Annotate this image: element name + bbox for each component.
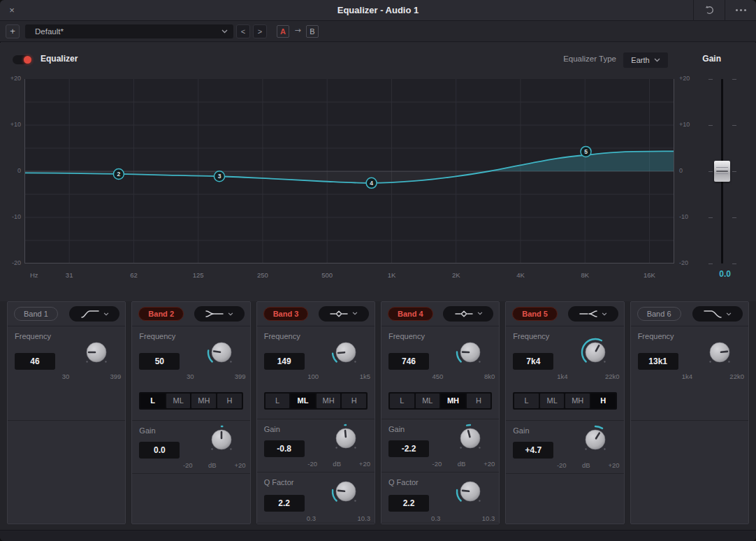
range-button-mh[interactable]: MH bbox=[191, 394, 216, 408]
range-button-h[interactable]: H bbox=[467, 394, 491, 408]
gain-knob[interactable] bbox=[579, 424, 611, 456]
next-preset-button[interactable]: > bbox=[253, 24, 267, 38]
knob-dial bbox=[330, 475, 362, 507]
range-button-h[interactable]: H bbox=[217, 394, 242, 408]
frequency: Frequency50 30399LMLMHH bbox=[132, 326, 249, 420]
history-reset-button[interactable] bbox=[694, 0, 725, 20]
range-button-h[interactable]: H bbox=[342, 394, 366, 408]
q-factor-knob[interactable] bbox=[330, 475, 362, 507]
svg-text:3: 3 bbox=[218, 173, 221, 180]
q-factor-value[interactable]: 2.2 bbox=[264, 495, 305, 512]
frequency-value[interactable]: 46 bbox=[15, 353, 55, 370]
master-gain-slider-handle[interactable] bbox=[714, 161, 730, 182]
range-button-l[interactable]: L bbox=[266, 394, 290, 408]
previous-preset-button[interactable]: < bbox=[236, 24, 250, 38]
toggle-on-dot bbox=[24, 56, 31, 64]
q-factor-label: Q Factor bbox=[388, 478, 419, 486]
frequency-label: Frequency bbox=[264, 332, 300, 340]
frequency-knob[interactable] bbox=[205, 336, 238, 368]
master-gain-value[interactable]: 0.0 bbox=[702, 269, 731, 279]
chevron-down-icon bbox=[103, 312, 109, 316]
frequency-value[interactable]: 149 bbox=[264, 353, 305, 370]
q-factor-value[interactable]: 2.2 bbox=[388, 495, 429, 512]
band-label-pill[interactable]: Band 1 bbox=[14, 307, 58, 321]
range-button-mh[interactable]: MH bbox=[441, 394, 465, 408]
band-panel-empty-area bbox=[132, 473, 249, 524]
frequency-max-label: 399 bbox=[110, 373, 121, 380]
q-factor-knob[interactable] bbox=[454, 475, 486, 507]
close-icon[interactable]: × bbox=[0, 5, 24, 15]
equalizer-type-label: Equalizer Type bbox=[563, 55, 616, 63]
y-axis-tick-label: -10 bbox=[1, 213, 21, 220]
more-options-button[interactable] bbox=[725, 0, 756, 20]
range-button-mh[interactable]: MH bbox=[317, 394, 341, 408]
eq-band-handle[interactable]: 5 bbox=[581, 146, 591, 157]
frequency-knob[interactable] bbox=[454, 336, 486, 368]
frequency-value[interactable]: 13k1 bbox=[638, 353, 678, 370]
x-axis-tick-label: 8K bbox=[581, 271, 589, 279]
gain-value[interactable]: -0.8 bbox=[264, 440, 305, 457]
range-button-ml[interactable]: ML bbox=[416, 394, 440, 408]
gain-value[interactable]: 0.0 bbox=[139, 442, 180, 459]
eq-band-handle[interactable]: 2 bbox=[113, 168, 124, 179]
eq-band-handle[interactable]: 4 bbox=[366, 178, 377, 188]
eq-curve-plot[interactable]: 2 3 4 5 bbox=[24, 79, 674, 264]
gain-knob[interactable] bbox=[205, 424, 238, 456]
range-button-l[interactable]: L bbox=[514, 394, 539, 408]
frequency-knob[interactable] bbox=[579, 336, 611, 368]
x-axis-tick-label: 2K bbox=[452, 271, 460, 279]
gain-value[interactable]: +4.7 bbox=[513, 442, 553, 459]
y-axis-tick-label: 0 bbox=[1, 167, 21, 174]
band-panel-header: Band 5 bbox=[506, 302, 623, 326]
slider-tick bbox=[708, 79, 713, 80]
gain-min-label: -20 bbox=[307, 460, 317, 468]
slider-tick bbox=[708, 217, 713, 218]
gain-knob[interactable] bbox=[330, 422, 362, 454]
band-label-pill[interactable]: Band 6 bbox=[637, 307, 681, 321]
band-filter-select[interactable] bbox=[692, 306, 743, 322]
preset-select[interactable]: Default* bbox=[25, 24, 233, 38]
band-filter-select[interactable] bbox=[319, 306, 369, 322]
band-label-pill[interactable]: Band 3 bbox=[263, 307, 309, 321]
frequency-knob[interactable] bbox=[330, 336, 362, 368]
frequency-value[interactable]: 746 bbox=[388, 353, 429, 370]
frequency-label: Frequency bbox=[15, 332, 51, 340]
compare-a-button[interactable]: A bbox=[277, 25, 289, 38]
gain-knob[interactable] bbox=[454, 422, 486, 454]
frequency-value[interactable]: 7k4 bbox=[513, 353, 553, 370]
band-label-pill[interactable]: Band 4 bbox=[388, 307, 433, 321]
range-button-h[interactable]: H bbox=[591, 394, 616, 408]
frequency-range-buttons: LMLMHH bbox=[388, 392, 492, 410]
frequency-min-label: 1k4 bbox=[557, 373, 567, 380]
compare-b-button[interactable]: B bbox=[306, 25, 319, 38]
frequency-knob[interactable] bbox=[80, 336, 112, 368]
equalizer-enable-toggle[interactable] bbox=[13, 55, 32, 64]
frequency-range-buttons: LMLMHH bbox=[264, 392, 368, 410]
band-label-pill[interactable]: Band 2 bbox=[138, 307, 184, 321]
gain-unit-label: dB bbox=[582, 461, 590, 469]
knob-dial bbox=[454, 422, 486, 454]
band-label-pill[interactable]: Band 5 bbox=[512, 307, 558, 321]
range-button-ml[interactable]: ML bbox=[291, 394, 315, 408]
x-axis-tick-label: 31 bbox=[66, 271, 73, 279]
add-preset-button[interactable]: + bbox=[6, 24, 20, 38]
band-panel-empty-area bbox=[8, 420, 125, 524]
band-filter-select[interactable] bbox=[69, 306, 119, 322]
frequency-min-label: 1k4 bbox=[682, 373, 692, 380]
eq-band-handle[interactable]: 3 bbox=[215, 171, 225, 182]
band-filter-select[interactable] bbox=[568, 306, 618, 322]
chevron-down-icon bbox=[654, 58, 660, 62]
range-button-ml[interactable]: ML bbox=[540, 394, 565, 408]
gain-value[interactable]: -2.2 bbox=[388, 440, 429, 457]
range-button-l[interactable]: L bbox=[140, 394, 165, 408]
slider-tick bbox=[732, 171, 736, 172]
range-button-l[interactable]: L bbox=[390, 394, 414, 408]
band-filter-select[interactable] bbox=[443, 306, 493, 322]
equalizer-type-select[interactable]: Earth bbox=[623, 52, 668, 68]
range-button-ml[interactable]: ML bbox=[166, 394, 191, 408]
frequency-knob[interactable] bbox=[704, 336, 736, 368]
gain-max-label: +20 bbox=[484, 460, 495, 468]
band-filter-select[interactable] bbox=[194, 306, 245, 322]
frequency-value[interactable]: 50 bbox=[139, 353, 180, 370]
range-button-mh[interactable]: MH bbox=[565, 394, 590, 408]
